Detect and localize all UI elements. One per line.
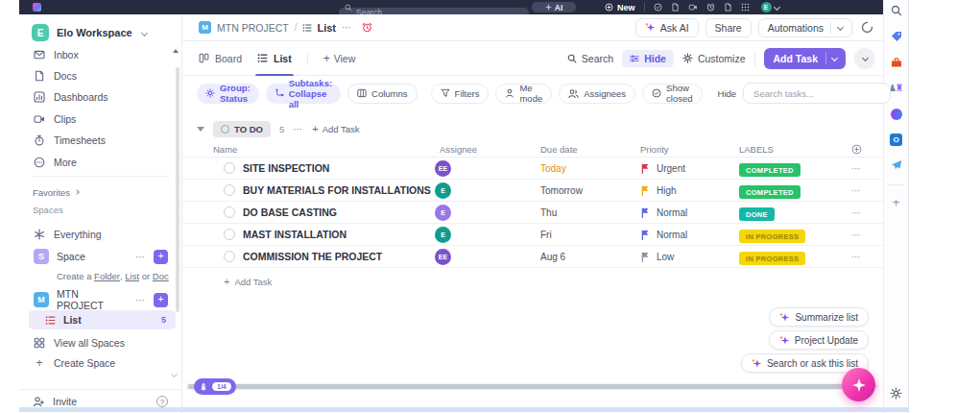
task-checkbox[interactable] (224, 162, 235, 174)
rail-loop-icon[interactable] (890, 108, 903, 121)
tab-board[interactable]: Board (199, 41, 242, 76)
global-search[interactable] (339, 2, 529, 12)
subtasks-chip[interactable]: Subtasks: Collapse all (266, 84, 341, 104)
sidebar-item-more[interactable]: More (19, 153, 181, 172)
table-row[interactable]: BUY MATERIALS FOR INSTALLATIONS E Tomorr… (182, 180, 883, 202)
status-label[interactable]: COMPLETED (739, 163, 801, 177)
todo-check-icon[interactable] (654, 3, 662, 12)
clickup-logo-icon[interactable] (33, 3, 41, 12)
scroll-up-arrow-icon[interactable] (173, 49, 179, 53)
status-label[interactable]: IN PROGRESS (739, 230, 805, 243)
sidebar-project-row[interactable]: M MTN PROJECT ⋯ + (19, 290, 181, 309)
task-name[interactable]: COMMISSION THE PROJECT (243, 251, 382, 262)
task-checkbox[interactable] (224, 251, 235, 262)
sidebar-item-everything[interactable]: Everything (19, 225, 181, 244)
group-status-chip[interactable]: Group: Status (197, 84, 259, 104)
assignee-avatar[interactable]: E (435, 227, 451, 243)
add-task-button[interactable]: Add Task (764, 48, 846, 69)
breadcrumb-view[interactable]: List (302, 22, 336, 34)
priority-cell[interactable]: Low (640, 252, 739, 262)
apps-grid-icon[interactable] (741, 3, 750, 12)
sidebar-item-create-space[interactable]: + Create Space (19, 353, 181, 373)
customize-button[interactable]: Customize (682, 53, 746, 64)
task-name[interactable]: BUY MATERIALS FOR INSTALLATIONS (243, 184, 431, 196)
column-priority[interactable]: Priority (640, 144, 739, 155)
due-date[interactable]: Tomorrow (540, 185, 640, 196)
add-task-row[interactable]: + Add Task (182, 273, 272, 290)
rail-toolbox-icon[interactable] (890, 56, 903, 69)
add-column-icon[interactable] (849, 144, 883, 156)
row-more-icon[interactable]: ⋯ (849, 230, 883, 240)
rail-search-icon[interactable] (890, 4, 903, 17)
notepad-icon[interactable] (724, 3, 732, 12)
sidebar-item-inbox[interactable]: Inbox (19, 45, 181, 64)
help-icon[interactable]: ? (156, 396, 168, 407)
sidebar-item-timesheets[interactable]: Timesheets (19, 131, 181, 150)
task-search-input[interactable] (743, 83, 891, 104)
priority-cell[interactable]: High (640, 185, 739, 196)
assignee-avatar[interactable]: EE (435, 160, 451, 177)
sidebar-item-docs[interactable]: Docs (19, 66, 181, 85)
sidebar-item-view-all-spaces[interactable]: View all Spaces (19, 333, 181, 352)
account-menu[interactable]: E (761, 2, 779, 12)
ai-summarize-list-button[interactable]: Summarize list (769, 307, 869, 327)
ai-project-update-button[interactable]: Project Update (769, 330, 869, 350)
task-name[interactable]: SITE INSPECTION (243, 162, 329, 174)
filters-button[interactable]: Filters (431, 84, 490, 104)
due-date[interactable]: Thu (540, 207, 640, 218)
breadcrumb-more-icon[interactable]: ⋯ (342, 22, 352, 33)
assignee-avatar[interactable]: E (435, 205, 451, 221)
assignee-avatar[interactable]: E (435, 182, 451, 199)
sidebar-item-clips[interactable]: Clips (19, 109, 181, 129)
space-add-button[interactable]: + (154, 250, 168, 264)
columns-chip[interactable]: Columns (347, 84, 418, 104)
task-name[interactable]: MAST INSTALLATION (243, 229, 347, 240)
space-more-icon[interactable]: ⋯ (135, 252, 146, 262)
show-closed-button[interactable]: Show closed (642, 84, 702, 104)
search-tasks-button[interactable]: Search (567, 53, 613, 64)
rail-outlook-icon[interactable]: O (890, 134, 902, 146)
row-more-icon[interactable]: ⋯ (849, 163, 883, 174)
alert-reminder-icon[interactable] (362, 22, 372, 33)
table-row[interactable]: MAST INSTALLATION E Fri Normal IN PROGRE… (182, 224, 883, 246)
table-row[interactable]: DO BASE CASTING E Thu Normal DONE ⋯ (182, 202, 883, 224)
clip-record-icon[interactable] (688, 3, 698, 12)
sidebar-item-dashboards[interactable]: Dashboards (19, 87, 181, 107)
row-more-icon[interactable]: ⋯ (849, 207, 883, 218)
column-name[interactable]: Name (182, 144, 435, 155)
create-folder-link[interactable]: Folder (94, 271, 120, 281)
due-date[interactable]: Fri (540, 230, 640, 240)
sidebar-item-list-selected[interactable]: List 5 (29, 310, 176, 329)
rail-add-icon[interactable]: + (893, 198, 900, 207)
favorites-section[interactable]: Favorites (19, 184, 181, 200)
rail-chess-icon[interactable]: ♟♜ (890, 82, 903, 95)
group-add-task-button[interactable]: + Add Task (312, 123, 359, 134)
table-row[interactable]: COMMISSION THE PROJECT EE Aug 6 Low IN P… (182, 246, 883, 268)
column-labels[interactable]: LABELS (739, 144, 849, 155)
status-label[interactable]: IN PROGRESS (739, 252, 805, 265)
priority-cell[interactable]: Normal (640, 207, 739, 218)
due-date[interactable]: Aug 6 (540, 252, 640, 262)
column-due-date[interactable]: Due date (540, 144, 640, 155)
column-assignee[interactable]: Assignee (435, 144, 540, 155)
create-list-link[interactable]: List (125, 271, 139, 281)
due-date[interactable]: Today (540, 163, 640, 174)
task-name[interactable]: DO BASE CASTING (243, 206, 337, 218)
table-row[interactable]: SITE INSPECTION EE Today Urgent COMPLETE… (182, 158, 883, 180)
project-more-icon[interactable]: ⋯ (135, 295, 146, 305)
status-group-pill[interactable]: TO DO (213, 121, 271, 137)
new-button[interactable]: New (605, 3, 635, 12)
add-view-button[interactable]: + View (323, 52, 356, 65)
priority-cell[interactable]: Normal (640, 230, 739, 240)
row-more-icon[interactable]: ⋯ (849, 252, 883, 262)
task-checkbox[interactable] (224, 184, 235, 196)
breadcrumb-project-avatar[interactable]: M (199, 21, 211, 34)
workspace-switcher[interactable]: E Elo Workspace (19, 20, 181, 45)
me-mode-button[interactable]: Me mode (495, 84, 552, 104)
topbar-ai-button[interactable]: AI (532, 2, 576, 12)
activity-icon[interactable] (861, 21, 873, 34)
rail-tag-icon[interactable] (890, 30, 903, 43)
breadcrumb-project[interactable]: MTN PROJECT (217, 22, 289, 34)
onboarding-progress-button[interactable]: 1/4 (194, 378, 236, 395)
assignee-avatar[interactable]: EE (435, 249, 451, 265)
